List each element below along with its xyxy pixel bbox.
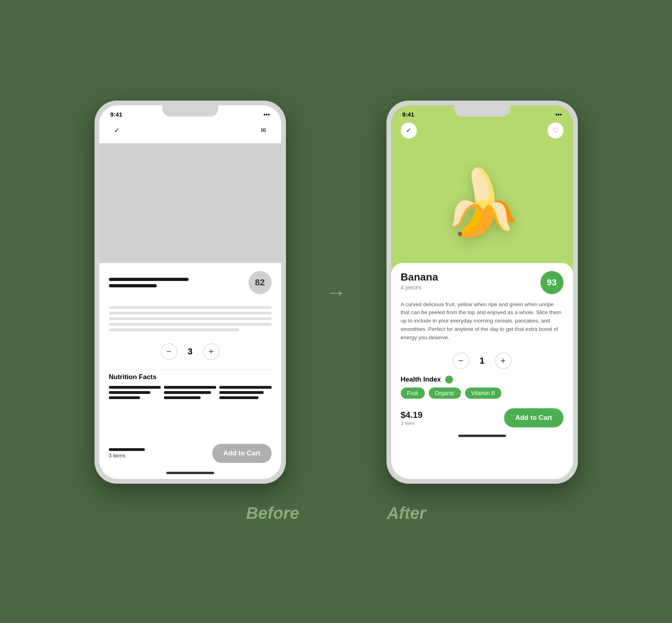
divider [109, 370, 272, 370]
labels-row: Before After [246, 504, 426, 523]
quantity-value: 3 [185, 346, 195, 357]
description-block [109, 306, 272, 331]
top-nav: ✓ ♡ [391, 121, 573, 143]
add-to-cart-button[interactable]: Add to Cart [504, 408, 564, 427]
decrement-button[interactable]: − [161, 343, 177, 360]
add-to-cart-button[interactable]: Add to Cart [212, 444, 272, 463]
items-line [109, 448, 145, 451]
before-label: Before [246, 504, 299, 523]
quantity-control: − 3 + [109, 343, 272, 360]
before-phone: 9:41 ▪▪▪ ✓ ✉ 82 [95, 101, 286, 484]
status-icons: ▪▪▪ [264, 111, 270, 118]
health-dot [445, 376, 453, 384]
content-area: 82 − 3 + Nutrition Facts [99, 263, 281, 439]
banana-image: 🍌 [442, 166, 522, 241]
home-indicator [458, 435, 506, 437]
after-label: After [387, 504, 426, 523]
price-sub: 1 item [401, 420, 423, 426]
score-badge: 82 [248, 271, 272, 294]
notch [162, 105, 218, 117]
after-phone: 9:41 ▪▪▪ ✓ ♡ 🍌 Banana 4 pieces [386, 101, 578, 484]
product-name-line [109, 278, 189, 281]
product-name: Banana [401, 271, 438, 283]
increment-button[interactable]: + [495, 352, 512, 369]
product-content: Banana 4 pieces 93 A curved delicious fr… [391, 263, 573, 479]
favorite-button[interactable]: ♡ [548, 123, 564, 138]
home-indicator [166, 472, 214, 474]
hero-area: 🍌 [391, 143, 573, 263]
increment-button[interactable]: + [203, 343, 220, 360]
product-sub-line [109, 284, 157, 287]
price: $4.19 [401, 410, 423, 420]
quantity-value: 1 [477, 356, 487, 366]
nutrition-grid [109, 386, 272, 399]
tag-fruit: Fruit [401, 388, 425, 399]
items-count: 3 items [109, 453, 145, 459]
tags-row: Fruit Organic Vitamin B [401, 388, 564, 399]
after-bottom-bar: $4.19 1 item Add to Cart [401, 404, 564, 432]
nutrition-title: Nutrition Facts [109, 373, 272, 381]
product-description: A curved delicious fruit, yellow when ri… [401, 301, 564, 342]
notch [454, 105, 510, 117]
tag-vitamin-b: Vitamin B [465, 388, 502, 399]
hero-image-placeholder [99, 143, 281, 263]
bottom-bar: 3 items Add to Cart [99, 439, 281, 469]
back-button[interactable]: ✓ [401, 123, 417, 138]
product-subtitle: 4 pieces [401, 284, 438, 291]
tag-organic: Organic [429, 388, 461, 399]
time: 9:41 [402, 111, 414, 118]
share-button[interactable]: ✉ [256, 123, 272, 138]
status-icons: ▪▪▪ [556, 111, 562, 118]
health-index-label: Health Index [401, 376, 441, 384]
health-index-row: Health Index [401, 376, 564, 384]
quantity-control: − 1 + [401, 352, 564, 369]
score-badge: 93 [540, 271, 564, 294]
arrow-icon: → [318, 280, 355, 304]
back-button[interactable]: ✓ [109, 123, 125, 138]
top-nav: ✓ ✉ [99, 121, 281, 143]
time: 9:41 [110, 111, 122, 118]
decrement-button[interactable]: − [453, 352, 469, 369]
